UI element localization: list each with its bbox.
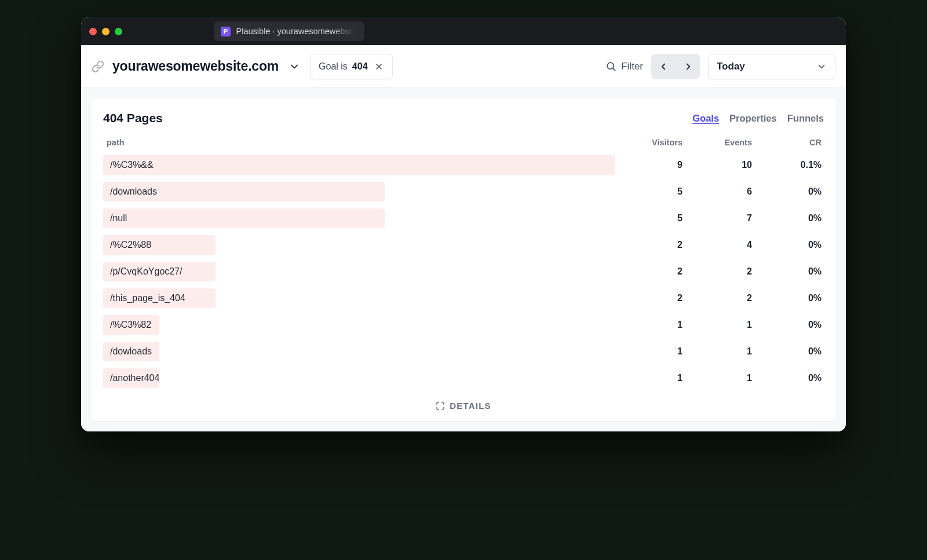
events-value: 10 <box>685 160 754 170</box>
cr-value: 0% <box>754 346 824 357</box>
filter-button-label: Filter <box>621 61 643 72</box>
cr-value: 0% <box>754 266 824 277</box>
filter-chip-prefix: Goal is <box>319 61 348 72</box>
visitors-value: 1 <box>615 346 685 357</box>
link-icon <box>92 60 104 73</box>
site-switcher-button[interactable] <box>287 59 302 74</box>
tab-goals[interactable]: Goals <box>692 113 719 124</box>
cr-value: 0% <box>754 373 824 383</box>
path-label: /null <box>103 208 615 228</box>
col-events: Events <box>683 138 752 147</box>
filter-button[interactable]: Filter <box>605 61 643 72</box>
window-controls <box>89 28 122 35</box>
column-headers: path Visitors Events CR <box>103 138 824 153</box>
events-value: 1 <box>685 373 754 383</box>
filter-chip-value: 404 <box>352 61 368 72</box>
events-value: 1 <box>685 346 754 357</box>
tab-title: Plausible · yourawesomewebsite <box>236 27 355 36</box>
table-row[interactable]: /dowloads110% <box>103 342 824 361</box>
path-label: /dowloads <box>103 342 615 361</box>
path-cell: /this_page_is_404 <box>103 288 615 308</box>
cr-value: 0% <box>754 213 824 224</box>
close-window-icon[interactable] <box>89 28 97 35</box>
table-row[interactable]: /null570% <box>103 208 824 228</box>
path-cell: /downloads <box>103 182 615 202</box>
path-label: /%C3%&& <box>103 155 615 175</box>
svg-line-3 <box>613 68 615 70</box>
chevron-down-icon <box>816 61 827 72</box>
filter-chip-goal[interactable]: Goal is 404 <box>310 54 393 79</box>
tab-funnels[interactable]: Funnels <box>787 113 824 124</box>
prev-period-button[interactable] <box>651 54 676 79</box>
visitors-value: 5 <box>615 213 685 224</box>
maximize-window-icon[interactable] <box>115 28 122 35</box>
details-button[interactable]: DETAILS <box>103 401 824 411</box>
table-row[interactable]: /another404110% <box>103 368 824 388</box>
goals-card: 404 Pages Goals Properties Funnels path … <box>92 98 835 421</box>
visitors-value: 2 <box>615 240 685 250</box>
card-view-tabs: Goals Properties Funnels <box>692 113 824 124</box>
path-label: /this_page_is_404 <box>103 288 615 308</box>
table-row[interactable]: /this_page_is_404220% <box>103 288 824 308</box>
events-value: 6 <box>685 186 754 197</box>
date-nav-group <box>651 54 700 79</box>
cr-value: 0% <box>754 320 824 330</box>
site-name[interactable]: yourawesomewebsite.com <box>112 58 279 74</box>
card-header: 404 Pages Goals Properties Funnels <box>103 111 824 125</box>
remove-filter-button[interactable] <box>373 60 385 73</box>
visitors-value: 1 <box>615 373 685 383</box>
table-row[interactable]: /%C3%&&9100.1% <box>103 155 824 175</box>
events-value: 7 <box>685 213 754 224</box>
search-icon <box>605 61 616 72</box>
date-range-label: Today <box>717 61 745 72</box>
table-row[interactable]: /p/CvqKoYgoc27/220% <box>103 262 824 281</box>
browser-tab[interactable]: P Plausible · yourawesomewebsite <box>214 21 364 41</box>
path-label: /downloads <box>103 182 615 202</box>
events-value: 2 <box>685 293 754 303</box>
header-bar: yourawesomewebsite.com Goal is 404 Filte… <box>81 45 846 88</box>
tab-properties[interactable]: Properties <box>729 113 777 124</box>
card-title: 404 Pages <box>103 111 163 125</box>
cr-value: 0% <box>754 293 824 303</box>
col-path: path <box>105 138 613 147</box>
plausible-favicon-icon: P <box>221 27 231 36</box>
visitors-value: 1 <box>615 320 685 330</box>
events-value: 4 <box>685 240 754 250</box>
next-period-button[interactable] <box>676 54 700 79</box>
path-cell: /%C3%82 <box>103 315 615 335</box>
visitors-value: 2 <box>615 293 685 303</box>
table-row[interactable]: /downloads560% <box>103 182 824 202</box>
events-value: 2 <box>685 266 754 277</box>
path-cell: /%C2%88 <box>103 235 615 255</box>
path-cell: /null <box>103 208 615 228</box>
events-value: 1 <box>685 320 754 330</box>
path-cell: /p/CvqKoYgoc27/ <box>103 262 615 281</box>
minimize-window-icon[interactable] <box>102 28 110 35</box>
path-label: /p/CvqKoYgoc27/ <box>103 262 615 281</box>
cr-value: 0.1% <box>754 160 824 170</box>
cr-value: 0% <box>754 240 824 250</box>
table-row[interactable]: /%C3%82110% <box>103 315 824 335</box>
content-area: 404 Pages Goals Properties Funnels path … <box>81 88 846 431</box>
path-cell: /dowloads <box>103 342 615 361</box>
visitors-value: 9 <box>615 160 685 170</box>
path-label: /another404 <box>103 368 615 388</box>
col-cr: CR <box>752 138 822 147</box>
details-label: DETAILS <box>450 401 491 411</box>
path-cell: /another404 <box>103 368 615 388</box>
visitors-value: 2 <box>615 266 685 277</box>
col-visitors: Visitors <box>613 138 683 147</box>
titlebar: P Plausible · yourawesomewebsite <box>81 17 846 45</box>
path-label: /%C3%82 <box>103 315 615 335</box>
table-row[interactable]: /%C2%88240% <box>103 235 824 255</box>
cr-value: 0% <box>754 186 824 197</box>
date-range-button[interactable]: Today <box>708 54 835 79</box>
browser-window: P Plausible · yourawesomewebsite yourawe… <box>81 17 846 431</box>
rows-container: /%C3%&&9100.1%/downloads560%/null570%/%C… <box>103 155 824 388</box>
expand-icon <box>436 401 445 411</box>
path-cell: /%C3%&& <box>103 155 615 175</box>
path-label: /%C2%88 <box>103 235 615 255</box>
visitors-value: 5 <box>615 186 685 197</box>
